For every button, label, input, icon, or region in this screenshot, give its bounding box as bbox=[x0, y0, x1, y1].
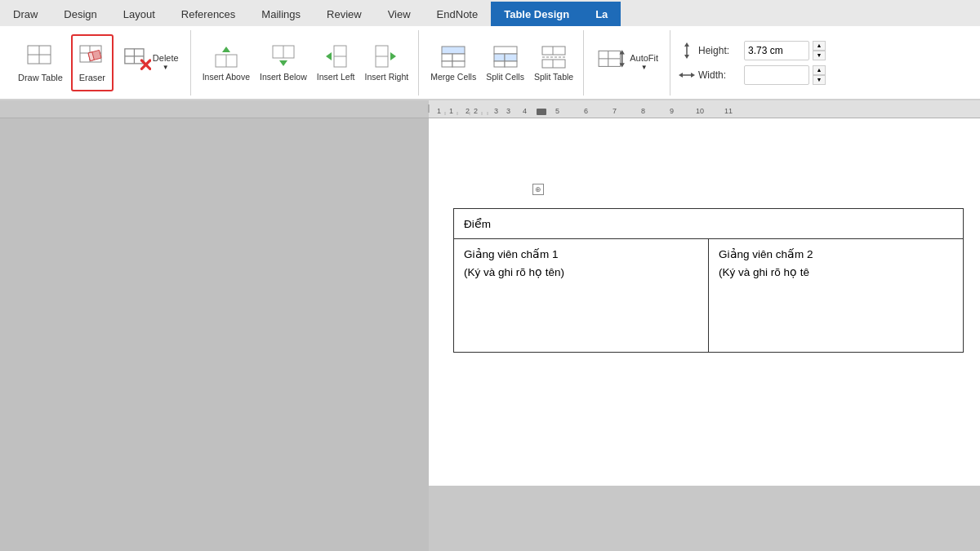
split-cells-label: Split Cells bbox=[486, 72, 524, 82]
ruler: 1 2 3 4 5 6 7 8 9 10 11 3 2 1 bbox=[0, 100, 980, 118]
svg-rect-26 bbox=[442, 54, 452, 61]
draw-table-button[interactable]: Draw Table bbox=[13, 34, 68, 91]
page-content[interactable]: ⊕ Điểm Giảng viên chấm 1 (Ký và ghi rõ h… bbox=[429, 118, 980, 551]
split-table-label: Split Table bbox=[534, 72, 573, 82]
autofit-button[interactable]: AutoFit ▼ bbox=[592, 34, 663, 91]
width-spinner: ▲ ▼ bbox=[813, 65, 826, 85]
height-down[interactable]: ▼ bbox=[813, 51, 826, 60]
svg-text:10: 10 bbox=[696, 107, 704, 115]
gv2-sign: (Ký và ghi rõ họ tê bbox=[719, 265, 953, 278]
draw-group: Draw Table Eraser bbox=[7, 30, 191, 96]
insert-above-button[interactable]: Insert Above bbox=[199, 34, 253, 91]
main-area: ⊕ Điểm Giảng viên chấm 1 (Ký và ghi rõ h… bbox=[0, 118, 980, 551]
insert-above-icon bbox=[213, 43, 239, 72]
gv2-space bbox=[719, 278, 953, 344]
svg-rect-33 bbox=[494, 61, 505, 67]
insert-right-label: Insert Right bbox=[364, 72, 408, 82]
merge-cells-button[interactable]: Merge Cells bbox=[427, 34, 479, 91]
svg-rect-34 bbox=[505, 61, 517, 67]
toolbar: Draw Table Eraser bbox=[0, 26, 980, 100]
insert-below-icon bbox=[270, 43, 296, 72]
split-cells-button[interactable]: Split Cells bbox=[483, 34, 528, 91]
tab-mailings[interactable]: Mailings bbox=[248, 2, 314, 26]
svg-text:8: 8 bbox=[641, 107, 645, 115]
tab-table-design[interactable]: Table Design bbox=[491, 2, 582, 26]
tab-draw[interactable]: Draw bbox=[0, 2, 51, 26]
height-icon bbox=[679, 42, 695, 59]
split-table-icon bbox=[541, 43, 567, 72]
height-input[interactable] bbox=[744, 41, 809, 60]
svg-marker-48 bbox=[684, 55, 689, 59]
draw-table-label: Draw Table bbox=[18, 73, 63, 83]
cell-diem[interactable]: Điểm bbox=[454, 209, 964, 239]
height-up[interactable]: ▲ bbox=[813, 41, 826, 51]
width-label: Width: bbox=[698, 69, 741, 81]
width-up[interactable]: ▲ bbox=[813, 65, 826, 75]
height-spinner: ▲ ▼ bbox=[813, 41, 826, 60]
width-down[interactable]: ▼ bbox=[813, 75, 826, 85]
svg-text:2: 2 bbox=[474, 107, 478, 115]
width-input[interactable] bbox=[744, 65, 809, 85]
autofit-group: AutoFit ▼ bbox=[586, 30, 670, 96]
table-move-handle[interactable]: ⊕ bbox=[532, 184, 544, 195]
table-row-1: Điểm bbox=[454, 209, 964, 239]
svg-text:6: 6 bbox=[584, 107, 588, 115]
tab-review[interactable]: Review bbox=[314, 2, 375, 26]
svg-text:2: 2 bbox=[466, 107, 470, 115]
insert-right-button[interactable]: Insert Right bbox=[361, 34, 412, 91]
tab-endnote[interactable]: EndNote bbox=[424, 2, 492, 26]
cell-giang-vien-2[interactable]: Giảng viên chấm 2 (Ký và ghi rõ họ tê bbox=[709, 239, 964, 353]
svg-marker-50 bbox=[679, 73, 683, 78]
svg-rect-38 bbox=[542, 60, 565, 68]
autofit-chevron: ▼ bbox=[641, 64, 648, 72]
autofit-icon bbox=[597, 46, 626, 79]
merge-split-group: Merge Cells Split Cells bbox=[421, 30, 584, 96]
svg-marker-51 bbox=[691, 73, 695, 78]
tab-layout[interactable]: Layout bbox=[110, 2, 168, 26]
insert-group: Insert Above Insert Below bbox=[193, 30, 420, 96]
width-icon bbox=[679, 67, 695, 83]
left-margin bbox=[0, 118, 429, 551]
delete-label: Delete bbox=[153, 53, 179, 64]
split-table-button[interactable]: Split Table bbox=[531, 34, 577, 91]
merge-cells-icon bbox=[440, 43, 466, 72]
ribbon: Draw Table Eraser bbox=[0, 26, 980, 100]
svg-marker-24 bbox=[390, 52, 396, 60]
delete-group: Delete ▼ bbox=[117, 34, 184, 91]
svg-marker-21 bbox=[326, 52, 332, 60]
delete-button[interactable]: Delete ▼ bbox=[117, 34, 184, 91]
insert-below-label: Insert Below bbox=[260, 72, 307, 82]
merge-cells-label: Merge Cells bbox=[430, 72, 476, 82]
insert-left-label: Insert Left bbox=[317, 72, 355, 82]
svg-text:3: 3 bbox=[494, 107, 498, 115]
svg-rect-25 bbox=[442, 47, 465, 54]
autofit-label: AutoFit bbox=[630, 53, 658, 64]
svg-text:11: 11 bbox=[724, 107, 733, 115]
svg-text:5: 5 bbox=[555, 107, 559, 115]
insert-below-button[interactable]: Insert Below bbox=[256, 34, 310, 91]
tab-view[interactable]: View bbox=[375, 2, 424, 26]
insert-left-button[interactable]: Insert Left bbox=[314, 34, 359, 91]
svg-text:1: 1 bbox=[449, 107, 453, 115]
svg-marker-15 bbox=[222, 47, 230, 52]
tab-references[interactable]: References bbox=[168, 2, 248, 26]
svg-marker-18 bbox=[279, 60, 287, 66]
eraser-icon bbox=[78, 42, 107, 71]
eraser-button[interactable]: Eraser bbox=[71, 34, 114, 91]
insert-left-icon bbox=[323, 43, 349, 72]
cell-giang-vien-1[interactable]: Giảng viên chấm 1 (Ký và ghi rõ họ tên) bbox=[454, 239, 709, 353]
insert-above-label: Insert Above bbox=[203, 72, 250, 82]
insert-right-icon bbox=[373, 43, 399, 72]
svg-marker-47 bbox=[684, 42, 689, 47]
svg-rect-35 bbox=[542, 47, 565, 55]
svg-rect-55 bbox=[537, 109, 546, 115]
svg-text:1: 1 bbox=[437, 107, 441, 115]
gv1-space bbox=[464, 278, 698, 344]
ruler-svg: 1 2 3 4 5 6 7 8 9 10 11 3 2 1 bbox=[0, 100, 980, 118]
tab-design[interactable]: Design bbox=[51, 2, 109, 26]
svg-rect-32 bbox=[505, 54, 517, 61]
tab-la[interactable]: La bbox=[582, 2, 621, 26]
draw-table-icon bbox=[25, 42, 55, 71]
svg-text:9: 9 bbox=[670, 107, 674, 115]
svg-rect-29 bbox=[452, 61, 465, 67]
